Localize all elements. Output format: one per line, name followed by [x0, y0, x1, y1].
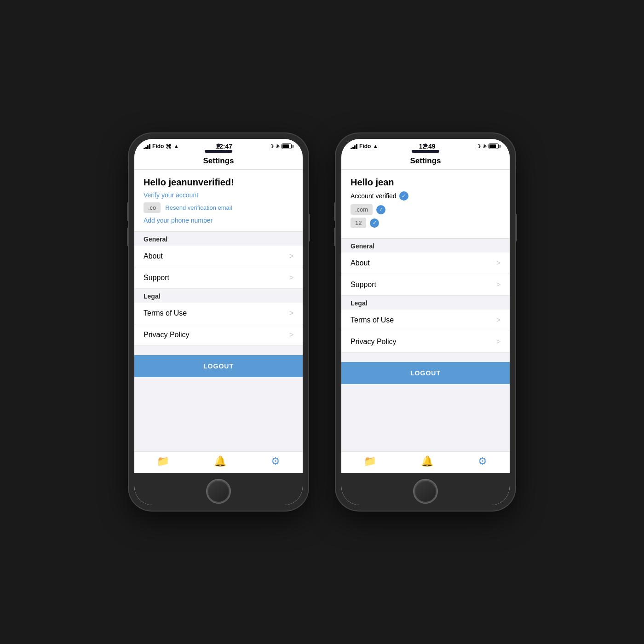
general-header-1: General — [134, 232, 303, 246]
bt-icon-1: ✳ — [276, 144, 280, 150]
hello-prefix-2: Hello — [351, 177, 375, 187]
support-label-2: Support — [351, 281, 376, 289]
privacy-label-1: Privacy Policy — [144, 331, 190, 339]
home-button-2[interactable] — [414, 480, 437, 503]
support-item-2[interactable]: Support > — [341, 274, 510, 296]
privacy-item-2[interactable]: Privacy Policy > — [341, 331, 510, 353]
home-button-1[interactable] — [207, 480, 230, 503]
home-button-area-1 — [134, 473, 303, 505]
top-bezel-1 — [205, 144, 232, 153]
wifi-icon-1: ⌘︎ — [166, 143, 172, 150]
battery-fill-1 — [282, 144, 289, 148]
phone-frame-1: Fido ⌘︎ ▲ 12:47 ☽ ✳ — [129, 133, 308, 511]
moon-icon-2: ☽ — [476, 144, 481, 150]
number-verified-row: 12 ✓ — [351, 218, 500, 228]
resend-link-1[interactable]: Resend verification email — [165, 204, 232, 211]
tab-bar-1: 📁 🔔 ⚙ — [134, 451, 303, 473]
phone-verified: Fido ▲ 12:49 ☽ ✳ Settings — [336, 133, 515, 511]
volume-up-1 — [127, 202, 129, 221]
hello-username-2: jean — [375, 177, 394, 187]
logout-btn-2[interactable]: LOGOUT — [341, 362, 510, 384]
signal-2 — [351, 144, 357, 149]
camera-1 — [217, 144, 220, 147]
bar1 — [144, 148, 145, 149]
camera-2 — [424, 144, 427, 147]
phone-unverified: Fido ⌘︎ ▲ 12:47 ☽ ✳ — [129, 133, 308, 511]
signal-1 — [144, 144, 150, 149]
terms-chevron-2: > — [496, 316, 500, 324]
verify-link-1[interactable]: Verify your account — [144, 191, 293, 199]
gear-icon-1: ⚙ — [271, 455, 280, 467]
speaker-2 — [412, 150, 439, 153]
about-chevron-2: > — [496, 259, 500, 267]
general-header-2: General — [341, 239, 510, 253]
carrier-2: Fido — [359, 143, 371, 150]
legal-header-2: Legal — [341, 296, 510, 310]
bar3-2 — [354, 145, 356, 149]
volume-down-2 — [334, 228, 336, 246]
about-label-1: About — [144, 252, 163, 260]
bar2-2 — [352, 147, 354, 149]
nav-bar-2: Settings — [341, 152, 510, 170]
nav-title-2: Settings — [410, 156, 441, 165]
verified-badge-number: ✓ — [370, 218, 379, 228]
about-item-1[interactable]: About > — [134, 246, 303, 267]
status-right-1: ☽ ✳ — [269, 144, 293, 150]
hello-section-1: Hello jeanunverified! Verify your accoun… — [134, 170, 303, 232]
bar4 — [149, 144, 150, 149]
email-partial-1: .co — [144, 202, 161, 213]
portfolio-icon-2: 📁 — [364, 455, 376, 467]
terms-item-1[interactable]: Terms of Use > — [134, 303, 303, 324]
bell-icon-2: 🔔 — [421, 455, 433, 467]
content-2[interactable]: Hello jean Account verified ✓ .com ✓ 12 … — [341, 170, 510, 451]
home-button-area-2 — [341, 473, 510, 505]
tab-notifications-1[interactable]: 🔔 — [205, 455, 236, 467]
content-1[interactable]: Hello jeanunverified! Verify your accoun… — [134, 170, 303, 451]
about-chevron-1: > — [289, 252, 293, 260]
tab-portfolio-1[interactable]: 📁 — [148, 455, 178, 467]
tab-settings-2[interactable]: ⚙ — [469, 455, 496, 467]
gear-icon-2: ⚙ — [478, 455, 487, 467]
tab-notifications-2[interactable]: 🔔 — [412, 455, 443, 467]
privacy-chevron-1: > — [289, 331, 293, 339]
speaker-1 — [205, 150, 232, 153]
privacy-item-1[interactable]: Privacy Policy > — [134, 324, 303, 346]
hello-text-2: Hello jean — [351, 177, 500, 188]
logout-btn-1[interactable]: LOGOUT — [134, 355, 303, 377]
battery-tip-2 — [500, 145, 500, 148]
about-item-2[interactable]: About > — [341, 253, 510, 274]
bar4-2 — [356, 144, 357, 149]
bt-icon-2: ✳ — [483, 144, 487, 150]
about-label-2: About — [351, 259, 370, 267]
portfolio-icon-1: 📁 — [157, 455, 169, 467]
terms-label-1: Terms of Use — [144, 309, 187, 317]
legal-header-1: Legal — [134, 289, 303, 303]
power-btn-1 — [308, 214, 310, 242]
verified-badge-email: ✓ — [376, 205, 385, 214]
nav-bar-1: Settings — [134, 152, 303, 170]
nav-title-1: Settings — [203, 156, 234, 165]
volume-down-1 — [127, 228, 129, 246]
verified-label: Account verified — [351, 192, 397, 200]
terms-chevron-1: > — [289, 309, 293, 317]
tab-settings-1[interactable]: ⚙ — [262, 455, 289, 467]
tab-portfolio-2[interactable]: 📁 — [355, 455, 385, 467]
moon-icon-1: ☽ — [269, 144, 274, 150]
email-pill-2: .com — [351, 204, 373, 215]
support-item-1[interactable]: Support > — [134, 267, 303, 289]
battery-2 — [489, 144, 500, 149]
support-label-1: Support — [144, 274, 169, 282]
carrier-1: Fido — [152, 143, 164, 150]
add-phone-link-1[interactable]: Add your phone number — [144, 217, 293, 224]
bar3 — [147, 145, 149, 149]
wifi-symbol-2: ▲ — [373, 143, 378, 150]
top-bezel-2 — [412, 144, 439, 153]
terms-item-2[interactable]: Terms of Use > — [341, 310, 510, 331]
support-chevron-1: > — [289, 274, 293, 282]
email-verified-row: .com ✓ — [351, 204, 500, 215]
terms-label-2: Terms of Use — [351, 316, 394, 324]
bar2 — [145, 147, 147, 149]
spacer-2 — [341, 353, 510, 362]
screen-2: Fido ▲ 12:49 ☽ ✳ Settings — [341, 139, 510, 505]
power-btn-2 — [515, 214, 517, 242]
